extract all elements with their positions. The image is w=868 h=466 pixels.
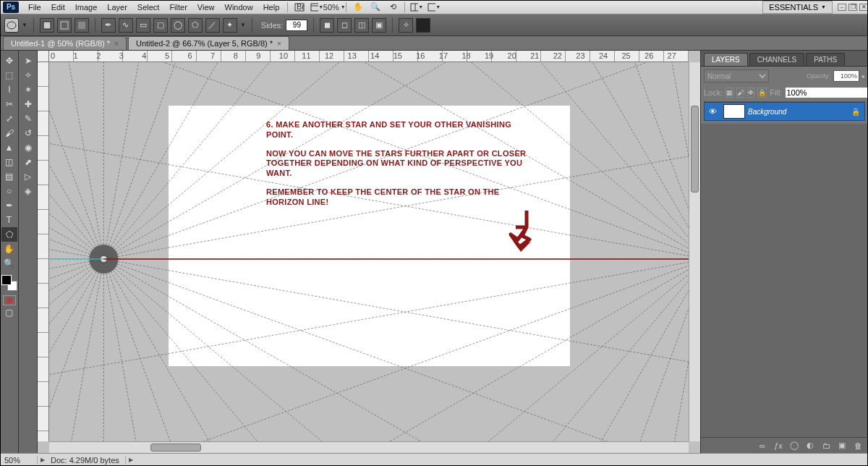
layer-style-icon[interactable]: ✧ [399,18,413,33]
chevron-down-icon[interactable]: ▼ [240,22,246,28]
screen-mode-icon[interactable]: ▼ [427,1,441,13]
path-overlap-intersect-icon[interactable]: ◫ [354,18,369,33]
history-brush-icon[interactable]: ↺ [20,126,36,140]
lasso-tool-icon[interactable]: ⌇ [1,82,17,97]
current-shape-preview[interactable] [4,18,19,33]
new-layer-icon[interactable]: ▣ [836,440,848,452]
pen-path-icon[interactable]: ✒ [101,18,116,33]
zoom-icon[interactable]: 🔍 [369,1,382,13]
chevron-down-icon[interactable]: ▼ [22,22,27,28]
menu-layer[interactable]: Layer [102,3,132,12]
stamp-tool-icon[interactable]: ▲ [1,140,17,155]
delete-layer-icon[interactable]: 🗑 [852,440,864,452]
view-extras-icon[interactable]: ▼ [310,1,323,13]
link-layers-icon[interactable]: ∞ [757,440,768,452]
shape-tool-icon[interactable]: ⬠ [1,227,17,242]
lock-all-icon[interactable]: 🔒 [757,88,767,98]
color-swatches[interactable] [1,275,17,291]
freeform-pen-icon[interactable]: ∿ [119,18,133,33]
path-overlap-add-icon[interactable]: ◼ [320,18,334,33]
quick-mask-icon[interactable] [3,295,16,305]
chevron-right-icon[interactable]: ▸ [862,73,865,80]
sides-input[interactable] [286,20,307,31]
document-viewport[interactable]: 6. MAKE ANOTHER STAR AND SET YOUR OTHER … [49,62,689,441]
screen-mode-icon[interactable]: ▢ [1,305,17,320]
menu-file[interactable]: File [23,3,46,12]
layer-group-icon[interactable]: 🗀 [820,440,832,452]
eyedropper-tool-icon[interactable]: ⤢ [1,111,17,126]
slice-tool-icon[interactable]: ✶ [20,82,36,97]
brush-tool-icon[interactable]: 🖌 [1,126,17,140]
tab-channels[interactable]: CHANNELS [749,53,804,66]
document-tab[interactable]: Untitled-1 @ 50% (RGB/8) *× [3,36,127,50]
type-tool-icon[interactable]: T [1,213,17,227]
gradient-tool-icon[interactable]: ▤ [1,169,17,184]
line-shape-icon[interactable]: ／ [205,18,220,33]
menu-view[interactable]: View [192,3,220,12]
window-minimize[interactable]: – [838,4,846,11]
scrollbar-thumb[interactable] [691,106,699,192]
status-doc-size[interactable]: Doc: 4.29M/0 bytes [45,456,126,465]
ruler-origin[interactable] [38,51,49,62]
tab-layers[interactable]: LAYERS [704,53,748,66]
chevron-right-icon[interactable]: ▶ [129,457,133,463]
ruler-horizontal[interactable]: 0123456789101112131415161718192021222324… [49,51,689,62]
fill-pixels-mode[interactable] [75,18,89,33]
close-icon[interactable]: × [114,40,119,48]
menu-select[interactable]: Select [132,3,165,12]
zoom-tool-icon[interactable]: 🔍 [1,256,17,271]
zoom-combo[interactable]: 50%▼ [328,1,341,13]
crop-tool-icon[interactable]: ✂ [1,97,17,111]
eraser-tool-icon[interactable]: ◫ [1,155,17,169]
menu-image[interactable]: Image [70,3,103,12]
path-overlap-subtract-icon[interactable]: ◻ [337,18,352,33]
heal-tool-icon[interactable]: ✚ [20,97,36,111]
window-restore[interactable]: ❐ [848,4,857,11]
close-icon[interactable]: × [277,40,281,48]
wand-tool-icon[interactable]: ✧ [20,68,36,82]
layer-row[interactable]: 👁 Background 🔒 [704,102,865,121]
move-tool-icon[interactable]: ✥ [1,54,17,68]
layer-mask-icon[interactable]: ◯ [788,440,800,452]
bridge-icon[interactable]: Br [293,1,306,13]
blend-mode-select[interactable]: Normal [704,69,769,82]
scrollbar-horizontal[interactable] [49,441,689,453]
custom-shape-icon[interactable]: ✦ [223,18,237,33]
arrow-tool-icon[interactable]: ➤ [20,54,36,68]
paths-mode[interactable] [57,18,72,33]
blur-tool-icon[interactable]: ◉ [20,140,36,155]
menu-filter[interactable]: Filter [164,3,192,12]
scrollbar-thumb[interactable] [150,444,201,452]
menu-window[interactable]: Window [220,3,258,12]
shape-layers-mode[interactable] [40,18,54,33]
tab-paths[interactable]: PATHS [806,53,845,66]
dodge-tool-icon[interactable]: ○ [1,184,17,198]
status-zoom[interactable]: 50% [0,456,38,465]
color-swatch-icon[interactable] [416,18,430,33]
hand-tool-icon[interactable]: ✋ [1,242,17,256]
lock-position-icon[interactable]: ✥ [747,88,754,98]
opacity-input[interactable] [833,70,859,82]
hand-icon[interactable]: ✋ [352,1,365,13]
direct-select-icon[interactable]: ▷ [20,169,36,184]
rectangle-shape-icon[interactable]: ▭ [136,18,150,33]
arrange-docs-icon[interactable]: ▼ [410,1,423,13]
layer-name[interactable]: Background [748,108,786,116]
rotate-view-icon[interactable]: ⟲ [386,1,399,13]
path-overlap-exclude-icon[interactable]: ▣ [372,18,386,33]
menu-help[interactable]: Help [258,3,285,12]
fill-input[interactable] [785,87,868,98]
menu-edit[interactable]: Edit [46,3,70,12]
ruler-vertical[interactable] [38,62,49,441]
3d-tool-icon[interactable]: ◈ [20,184,36,198]
document-tab[interactable]: Untitled-2 @ 66.7% (Layer 5, RGB/8) *× [128,36,289,50]
visibility-icon[interactable]: 👁 [705,107,720,116]
layer-thumbnail[interactable] [723,104,745,119]
lock-transparency-icon[interactable]: ▦ [726,88,733,98]
pencil-tool-icon[interactable]: ✎ [20,111,36,126]
polygon-shape-icon[interactable]: ⬠ [188,18,203,33]
path-select-icon[interactable]: ⬈ [20,155,36,169]
ellipse-shape-icon[interactable]: ◯ [171,18,185,33]
workspace-switcher[interactable]: ESSENTIALS▼ [762,1,833,14]
layer-style-icon[interactable]: ƒx [773,440,784,452]
